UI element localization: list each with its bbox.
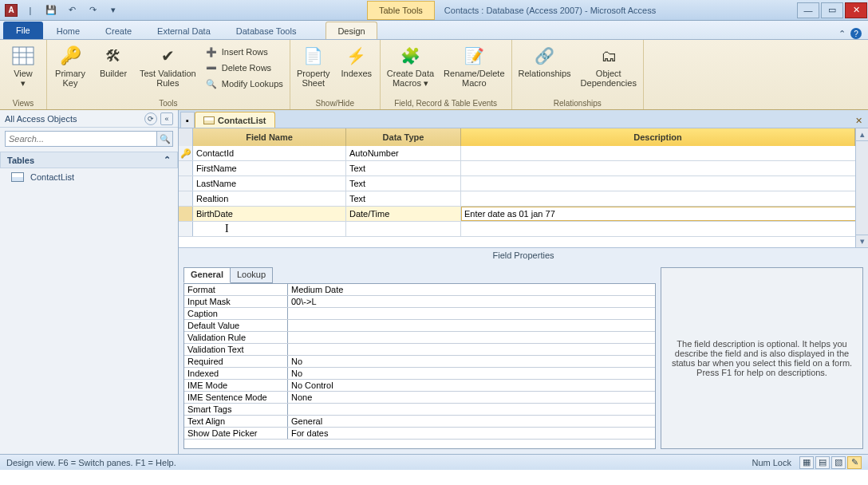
search-icon[interactable]: 🔍 [156, 132, 172, 146]
view-pivottable-icon[interactable]: ▤ [815, 456, 830, 469]
cell-description[interactable] [461, 176, 868, 191]
property-row[interactable]: Caption [184, 308, 655, 320]
cell-field-name[interactable]: FirstName [193, 161, 346, 175]
property-value[interactable]: No [288, 356, 655, 367]
tab-create[interactable]: Create [93, 22, 144, 39]
property-row[interactable]: Validation Rule [184, 332, 655, 344]
tab-design[interactable]: Design [326, 22, 377, 39]
close-tab-icon[interactable]: ✕ [850, 113, 866, 128]
rename-delete-macro-button[interactable]: 📝 Rename/Delete Macro [444, 41, 504, 88]
col-data-type[interactable]: Data Type [346, 128, 461, 146]
property-row[interactable]: IME Sentence ModeNone [184, 392, 655, 404]
nav-collapse-icon[interactable]: « [160, 112, 173, 125]
cell-data-type[interactable]: Date/Time [346, 207, 461, 221]
tab-external-data[interactable]: External Data [145, 22, 223, 39]
row-selector[interactable] [179, 207, 193, 221]
cell-description[interactable] [461, 161, 868, 175]
property-row[interactable]: Default Value [184, 320, 655, 332]
tab-database-tools[interactable]: Database Tools [224, 22, 309, 39]
cell-description[interactable]: Enter date as 01 jan 77 [461, 207, 868, 221]
property-row[interactable]: IME ModeNo Control [184, 380, 655, 392]
tab-home[interactable]: Home [45, 22, 92, 39]
cell-field-name[interactable]: BirthDate [193, 207, 346, 221]
vertical-scrollbar[interactable]: ▴ ▾ [855, 128, 868, 247]
property-value[interactable]: No [288, 368, 655, 379]
tab-contactlist[interactable]: ContactList [195, 112, 275, 128]
cell-data-type[interactable]: AutoNumber [346, 146, 461, 160]
property-value[interactable]: Medium Date [288, 284, 655, 295]
row-selector-header[interactable]: ▪ [180, 112, 195, 128]
row-selector[interactable] [179, 176, 193, 191]
property-row[interactable]: Input Mask00\->L [184, 296, 655, 308]
tab-lookup[interactable]: Lookup [230, 267, 273, 283]
maximize-button[interactable]: ▭ [821, 2, 843, 18]
nav-header[interactable]: All Access Objects ⟳ « [0, 110, 178, 128]
col-field-name[interactable]: Field Name [193, 128, 346, 146]
modify-lookups-button[interactable]: 🔍Modify Lookups [206, 77, 283, 91]
scroll-down-icon[interactable]: ▾ [856, 235, 868, 247]
create-data-macros-button[interactable]: 🧩 Create Data Macros ▾ [387, 41, 434, 88]
property-row[interactable]: Validation Text [184, 344, 655, 356]
test-validation-button[interactable]: ✔ Test Validation Rules [140, 41, 196, 88]
redo-icon[interactable]: ↷ [85, 2, 101, 18]
grid-row[interactable]: RealtionText [179, 191, 868, 207]
grid-row[interactable]: 🔑ContactIdAutoNumber [179, 146, 868, 161]
tab-file[interactable]: File [3, 22, 43, 39]
row-selector[interactable]: 🔑 [179, 146, 193, 160]
close-button[interactable]: ✕ [845, 2, 867, 18]
tab-general[interactable]: General [183, 267, 231, 283]
property-row[interactable]: FormatMedium Date [184, 284, 655, 296]
indexes-button[interactable]: ⚡ Indexes [340, 41, 373, 78]
app-icon[interactable]: A [5, 4, 18, 17]
property-row[interactable]: Smart Tags [184, 404, 655, 416]
property-row[interactable]: Text AlignGeneral [184, 416, 655, 428]
undo-icon[interactable]: ↶ [64, 2, 80, 18]
property-value[interactable] [288, 404, 655, 415]
cell-description[interactable] [461, 191, 868, 206]
cell-data-type[interactable]: Text [346, 161, 461, 175]
primary-key-button[interactable]: 🔑 Primary Key [53, 41, 87, 88]
cell-data-type[interactable]: Text [346, 191, 461, 206]
grid-row[interactable]: FirstNameText [179, 161, 868, 176]
qat-customize-icon[interactable]: ▾ [105, 2, 121, 18]
cell-description[interactable] [461, 146, 868, 160]
grid-row[interactable]: LastNameText [179, 176, 868, 191]
builder-button[interactable]: 🛠 Builder [97, 41, 130, 78]
nav-filter-icon[interactable]: ⟳ [144, 112, 157, 125]
cell-data-type[interactable]: Text [346, 176, 461, 191]
property-value[interactable]: For dates [288, 428, 655, 439]
property-value[interactable]: 00\->L [288, 296, 655, 307]
view-design-icon[interactable]: ✎ [847, 456, 862, 469]
property-row[interactable]: IndexedNo [184, 368, 655, 380]
property-value[interactable]: None [288, 392, 655, 403]
view-button[interactable]: View▾ [6, 41, 40, 88]
property-value[interactable] [288, 320, 655, 331]
insert-rows-button[interactable]: ➕Insert Rows [206, 45, 283, 59]
row-selector[interactable] [179, 191, 193, 206]
property-row[interactable]: Show Date PickerFor dates [184, 428, 655, 440]
property-row[interactable]: RequiredNo [184, 356, 655, 368]
minimize-button[interactable]: — [797, 2, 819, 18]
property-value[interactable] [288, 344, 655, 355]
relationships-button[interactable]: 🔗 Relationships [519, 41, 571, 78]
nav-group-tables[interactable]: Tables⌃ [0, 152, 178, 168]
cell-field-name[interactable]: LastName [193, 176, 346, 191]
property-value[interactable]: No Control [288, 380, 655, 391]
property-value[interactable]: General [288, 416, 655, 427]
object-dependencies-button[interactable]: 🗂 Object Dependencies [581, 41, 637, 88]
delete-rows-button[interactable]: ➖Delete Rows [206, 61, 283, 75]
save-icon[interactable]: 💾 [43, 2, 59, 18]
grid-row[interactable]: BirthDateDate/TimeEnter date as 01 jan 7… [179, 207, 868, 222]
row-selector[interactable] [179, 161, 193, 175]
minimize-ribbon-icon[interactable]: ⌃ [838, 29, 846, 39]
grid-row-empty[interactable]: I [179, 222, 868, 237]
cell-field-name[interactable]: ContactId [193, 146, 346, 160]
cell-field-name[interactable]: Realtion [193, 191, 346, 206]
view-datasheet-icon[interactable]: ▦ [799, 456, 814, 469]
property-value[interactable] [288, 332, 655, 343]
scroll-up-icon[interactable]: ▴ [856, 128, 868, 141]
property-sheet-button[interactable]: 📄 Property Sheet [297, 41, 330, 88]
search-input[interactable] [6, 134, 156, 144]
view-pivotchart-icon[interactable]: ▧ [831, 456, 846, 469]
property-value[interactable] [288, 308, 655, 319]
